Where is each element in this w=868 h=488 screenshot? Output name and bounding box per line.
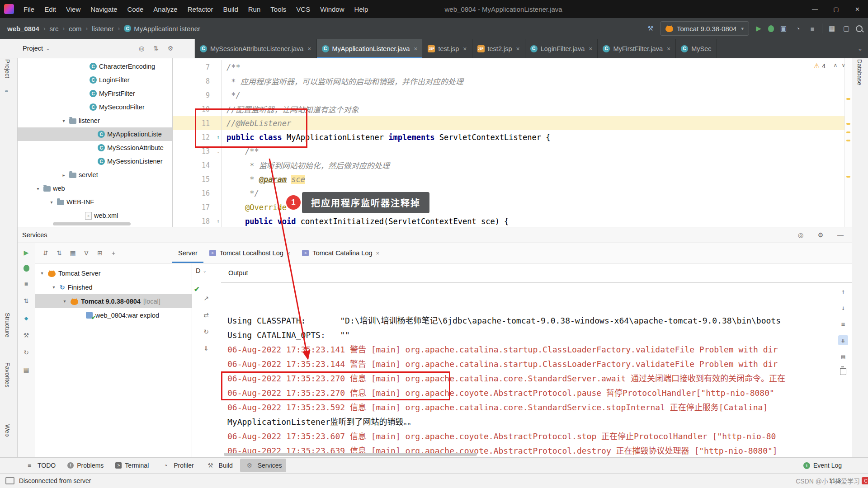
add-frame-icon[interactable]: ⊞ bbox=[95, 248, 105, 258]
swap-icon[interactable]: ⇄ bbox=[201, 310, 211, 320]
editor-line[interactable]: 9 */ bbox=[173, 88, 852, 102]
tool-button-todo[interactable]: ≡TODO bbox=[20, 459, 60, 472]
window-icon[interactable]: ▢ bbox=[841, 23, 851, 33]
run-config-select[interactable]: Tomcat 9.0.38-0804 ▾ bbox=[660, 21, 749, 36]
run-icon[interactable]: ▶ bbox=[21, 248, 31, 258]
tree-chevron-icon[interactable]: ▾ bbox=[51, 285, 57, 290]
tab-loginfilter-java[interactable]: CLoginFilter.java× bbox=[525, 39, 598, 58]
editor-line[interactable]: 18↥ public void contextInitialized(Servl… bbox=[173, 214, 852, 227]
project-tree-item[interactable]: ▾WEB-INF bbox=[18, 195, 172, 209]
breadcrumb-item[interactable]: com bbox=[69, 25, 81, 33]
tool-button-terminal[interactable]: >Terminal bbox=[111, 460, 153, 471]
stripe-web[interactable]: Web bbox=[4, 424, 11, 437]
deployment-dropdown[interactable]: D ⌄ bbox=[196, 267, 207, 274]
tab-myfirstfilter-java[interactable]: CMyFirstFilter.java× bbox=[598, 39, 676, 58]
grid-icon[interactable]: ▦ bbox=[21, 365, 31, 375]
project-tree-item[interactable]: CLoginFilter bbox=[18, 73, 172, 87]
stripe-structure[interactable]: Structure bbox=[4, 313, 11, 338]
locate-icon[interactable]: ◎ bbox=[137, 43, 146, 53]
settings-icon[interactable]: ⚙ bbox=[816, 230, 826, 240]
warning-mark[interactable] bbox=[846, 140, 850, 141]
tab-mysessionattributelistener-java[interactable]: CMySessionAttributeListener.java× bbox=[195, 39, 317, 58]
close-icon[interactable]: × bbox=[667, 45, 670, 52]
collapse-all-icon[interactable]: ⇅ bbox=[151, 43, 161, 53]
error-stripe[interactable] bbox=[844, 58, 852, 227]
inspection-widget[interactable]: ⚠ 4 bbox=[814, 62, 826, 70]
services-tree-item[interactable]: ▾Tomcat 9.0.38-0804 [local] bbox=[35, 294, 192, 308]
editor-line[interactable]: 7/** bbox=[173, 60, 852, 74]
console-line[interactable]: 06-Aug-2022 17:35:23.270 信息 [main] org.a… bbox=[227, 386, 832, 400]
debug-icon[interactable] bbox=[768, 25, 774, 32]
scroll-end-icon[interactable]: ⇊ bbox=[838, 335, 848, 345]
tool-button-event-log[interactable]: 1Event Log bbox=[799, 460, 846, 471]
stop-icon[interactable]: ■ bbox=[807, 23, 817, 33]
stripe-favorites[interactable]: Favorites bbox=[4, 362, 11, 388]
tool-button-build[interactable]: ⚒Build bbox=[201, 459, 237, 472]
menu-refactor[interactable]: Refactor bbox=[183, 0, 218, 18]
project-tree-item[interactable]: ▾web bbox=[18, 182, 172, 195]
project-tree-item[interactable]: CMySecondFilter bbox=[18, 100, 172, 114]
editor-line[interactable]: 12↥public class MyApplicationListener im… bbox=[173, 130, 852, 144]
editor-line[interactable]: 14 * 监听到网站初始化，然后做对应的处理 bbox=[173, 158, 852, 172]
locate-icon[interactable]: ◎ bbox=[796, 230, 806, 240]
project-tree-item[interactable]: ▾listener bbox=[18, 114, 172, 127]
console-line[interactable]: Using CATALINA_OPTS: "" bbox=[227, 328, 832, 343]
tab-test-jsp[interactable]: JSPtest.jsp× bbox=[423, 39, 472, 58]
tab-myapplicationlistener-java[interactable]: CMyApplicationListener.java× bbox=[317, 39, 423, 58]
warning-mark[interactable] bbox=[846, 98, 850, 100]
minimize-button[interactable]: — bbox=[804, 0, 826, 18]
prev-warning-icon[interactable]: ∧ bbox=[833, 62, 837, 68]
refresh-icon[interactable]: ↻ bbox=[201, 327, 211, 337]
menu-run[interactable]: Run bbox=[243, 0, 266, 18]
menu-window[interactable]: Window bbox=[315, 0, 349, 18]
hide-icon[interactable]: — bbox=[835, 230, 845, 240]
warning-mark[interactable] bbox=[846, 176, 850, 178]
console-line[interactable]: 06-Aug-2022 17:35:23.607 信息 [main] org.a… bbox=[227, 429, 832, 444]
tree-chevron-icon[interactable]: ▾ bbox=[39, 271, 45, 276]
close-icon[interactable]: × bbox=[287, 250, 291, 257]
editor-line[interactable]: 13⌄ /** bbox=[173, 144, 852, 158]
menu-view[interactable]: View bbox=[61, 0, 85, 18]
collapse-all-icon[interactable]: ⇅ bbox=[54, 248, 64, 258]
menu-tools[interactable]: Tools bbox=[265, 0, 291, 18]
console-line[interactable]: 06-Aug-2022 17:35:23.141 警告 [main] org.a… bbox=[227, 343, 832, 357]
stripe-database[interactable]: Database bbox=[856, 59, 863, 85]
project-tree-item[interactable]: CMySessionListener bbox=[18, 155, 172, 168]
tree-chevron-icon[interactable]: ▾ bbox=[61, 118, 67, 123]
hammer-icon[interactable]: ⚒ bbox=[646, 23, 656, 33]
chevron-down-icon[interactable]: ⌄ bbox=[46, 46, 50, 52]
down-icon[interactable]: ↓ bbox=[838, 303, 848, 313]
tree-chevron-icon[interactable]: ▾ bbox=[48, 200, 55, 205]
tool-button-profiler[interactable]: ◔Profiler bbox=[156, 459, 198, 472]
breadcrumb-item[interactable]: src bbox=[50, 25, 59, 33]
close-icon[interactable]: × bbox=[376, 250, 380, 257]
project-panel-title[interactable]: Project bbox=[23, 45, 43, 52]
caret-position[interactable]: 11:3 bbox=[829, 477, 841, 484]
stop-icon[interactable]: ■ bbox=[21, 279, 31, 289]
console-line[interactable]: MyApplicationListener监听到了网站的销毁。。 bbox=[227, 415, 832, 429]
horizontal-scrollbar[interactable] bbox=[224, 453, 477, 456]
close-icon[interactable]: × bbox=[414, 45, 417, 52]
tool-button-services[interactable]: ⚙Services bbox=[240, 459, 287, 472]
services-tab-server[interactable]: Server bbox=[172, 243, 203, 263]
jump-icon[interactable]: ↗ bbox=[201, 293, 211, 303]
over-marker-icon[interactable]: ↥ bbox=[217, 218, 220, 225]
wrench-icon[interactable]: ⚒ bbox=[21, 330, 31, 340]
project-tree-item[interactable]: CMyApplicationListe bbox=[18, 127, 172, 141]
add-icon[interactable]: + bbox=[108, 248, 118, 258]
diamond-icon[interactable]: ◆ bbox=[21, 313, 31, 323]
close-icon[interactable]: × bbox=[463, 45, 467, 52]
close-button[interactable]: ✕ bbox=[847, 0, 868, 18]
console-line[interactable]: 06-Aug-2022 17:35:23.270 信息 [main] org.a… bbox=[227, 371, 832, 386]
menu-code[interactable]: Code bbox=[122, 0, 148, 18]
services-tree-item[interactable]: ▾↻Finished bbox=[35, 280, 192, 294]
close-icon[interactable]: × bbox=[307, 45, 311, 52]
grid-icon[interactable]: ▦ bbox=[827, 23, 837, 33]
tree-chevron-icon[interactable]: ▸ bbox=[61, 173, 67, 178]
tree-chevron-icon[interactable]: ▾ bbox=[61, 299, 68, 304]
editor-line[interactable]: 8 * 应用程序监听器，可以监听网站的启动和销毁，并作出对应的处理 bbox=[173, 74, 852, 88]
code-editor[interactable]: 7/**8 * 应用程序监听器，可以监听网站的启动和销毁，并作出对应的处理9 *… bbox=[173, 58, 852, 227]
menu-edit[interactable]: Edit bbox=[39, 0, 61, 18]
console-line[interactable]: 06-Aug-2022 17:35:23.592 信息 [main] org.a… bbox=[227, 400, 832, 415]
project-tree-item[interactable]: xweb.xml bbox=[18, 209, 172, 222]
